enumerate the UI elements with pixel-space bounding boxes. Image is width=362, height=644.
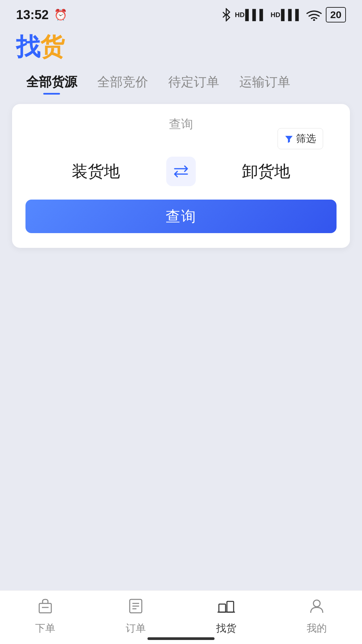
nav-item-orders[interactable]: 订单 [90,597,181,635]
svg-rect-8 [227,601,234,612]
signal-hd-icon-2: HD ▌▌▌ [270,9,302,20]
wifi-icon [306,9,322,21]
tab-all-sources[interactable]: 全部货源 [16,70,87,97]
swap-button[interactable] [166,157,196,186]
person-icon [308,597,325,619]
svg-rect-7 [219,604,226,612]
location-row: 装货地 卸货地 [25,157,337,186]
nav-label-orders: 订单 [126,622,146,635]
tab-transport-orders[interactable]: 运输订单 [229,70,300,97]
list-icon [127,597,144,619]
battery-level: 20 [330,9,341,20]
bluetooth-icon [222,8,231,21]
svg-point-0 [313,19,315,21]
app-title: 找货 [16,34,346,60]
search-card-header: 查询 筛选 [25,116,337,145]
status-icons: HD ▌▌▌ HD ▌▌▌ 20 [222,7,346,22]
tab-all-bid[interactable]: 全部竞价 [87,70,158,97]
home-indicator [147,637,215,640]
alarm-icon: ⏰ [54,8,67,21]
funnel-icon [285,135,293,143]
filter-button[interactable]: 筛选 [278,128,323,149]
tab-pending-orders[interactable]: 待定订单 [158,70,229,97]
svg-rect-1 [39,603,51,613]
nav-item-place-order[interactable]: 下单 [0,597,90,635]
bottom-nav: 下单 订单 找货 [0,590,362,644]
unload-location[interactable]: 卸货地 [196,161,337,182]
query-button[interactable]: 查询 [25,200,337,233]
search-card-title: 查询 [169,116,193,132]
nav-item-find-cargo[interactable]: 找货 [181,597,272,635]
nav-label-place-order: 下单 [35,622,55,635]
box-icon [37,597,54,619]
battery-indicator: 20 [326,7,346,22]
title-find: 找 [16,33,40,60]
tab-bar: 全部货源 全部竞价 待定订单 运输订单 [0,63,362,97]
nav-item-my[interactable]: 我的 [272,597,362,635]
search-card: 查询 筛选 装货地 卸货地 查询 [12,104,350,248]
nav-label-find-cargo: 找货 [216,622,236,635]
load-location[interactable]: 装货地 [25,161,166,182]
title-cargo: 货 [40,33,64,60]
nav-label-my: 我的 [307,622,327,635]
swap-icon [173,165,189,178]
header: 找货 [0,27,362,63]
svg-point-10 [313,600,320,607]
status-time: 13:52 [16,8,49,22]
signal-hd-icon: HD ▌▌▌ [235,9,267,20]
cargo-icon [218,597,235,619]
status-bar: 13:52 ⏰ HD ▌▌▌ HD ▌▌▌ 20 [0,0,362,27]
